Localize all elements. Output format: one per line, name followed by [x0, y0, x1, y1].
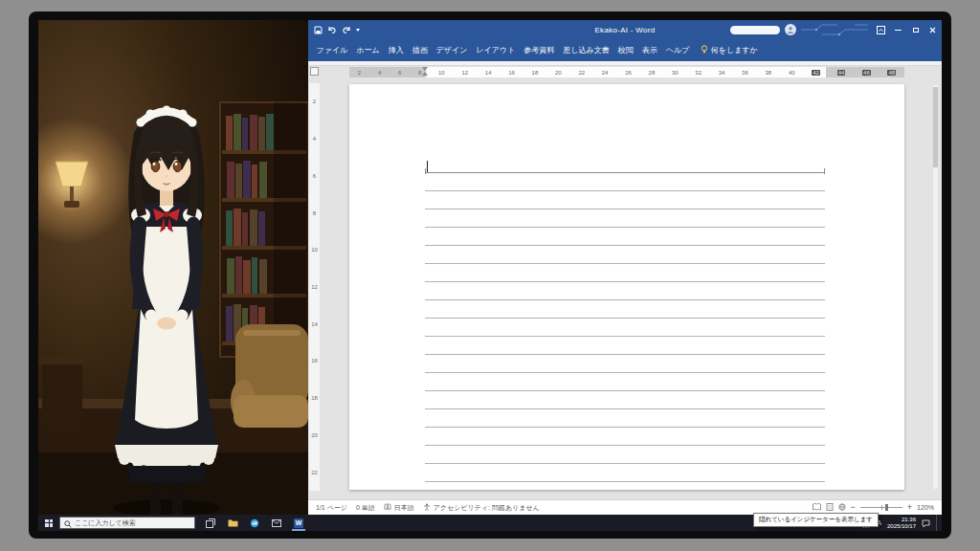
action-center-icon[interactable] — [922, 515, 930, 532]
ruler-number: 36 — [742, 70, 748, 76]
vertical-ruler: 246810121416182022 — [309, 83, 320, 491]
document-area: 246810121416182022 — [308, 78, 942, 499]
restore-icon[interactable] — [909, 20, 922, 39]
side-table — [38, 357, 86, 431]
room-scene-illustration — [38, 20, 308, 531]
taskbar-search[interactable] — [59, 517, 195, 529]
ruler-number: 4 — [313, 136, 316, 142]
zoom-slider-thumb[interactable] — [885, 504, 888, 511]
taskbar-app-icons: W — [204, 515, 305, 531]
zoom-out-icon[interactable]: − — [851, 504, 856, 511]
search-icon — [64, 515, 72, 532]
ruled-line — [425, 391, 825, 409]
show-desktop-button[interactable] — [936, 515, 939, 531]
ruler-number: 46 — [862, 70, 871, 76]
language-indicator[interactable]: 日本語 — [384, 503, 414, 513]
ruler-number: 32 — [695, 70, 702, 76]
ruler-number: 6 — [398, 70, 401, 76]
tray-tooltip: 隠れているインジケーターを表示します — [753, 513, 879, 527]
ruled-line — [425, 373, 825, 391]
ruler-number: 12 — [311, 284, 318, 290]
web-layout-icon[interactable] — [838, 503, 846, 512]
ruler-number: 14 — [311, 321, 318, 327]
ruler-number: 22 — [578, 70, 585, 76]
desktop-screenshot: Ekako-AI - Word ファイルホーム挿入描画デザインレイアウト参考資料… — [0, 0, 980, 551]
ribbon-tab-0[interactable]: ファイル — [312, 39, 352, 61]
tell-me-label: 何をしますか — [711, 45, 758, 55]
ruler-number: 14 — [485, 70, 492, 76]
ruler-number: 8 — [418, 70, 421, 76]
ruled-line — [425, 282, 825, 300]
user-account-pill[interactable] — [730, 26, 780, 34]
status-bar-right: − + 120% — [813, 503, 934, 512]
ruler-number: 20 — [311, 432, 318, 438]
proofing-icon — [384, 503, 391, 512]
ruled-line — [425, 428, 825, 446]
horizontal-ruler-numbers: 2468101214161820222426283032343638404244… — [349, 67, 904, 77]
ruler-number: 4 — [378, 70, 381, 76]
tab-selector-icon[interactable] — [310, 67, 319, 76]
taskbar-clock[interactable]: 21:36 2025/10/17 — [887, 517, 916, 530]
first-line-indent-marker[interactable] — [422, 67, 429, 77]
ruled-line — [425, 191, 825, 209]
user-avatar[interactable] — [785, 24, 796, 35]
ruled-lines — [425, 173, 825, 482]
text-cursor — [427, 161, 428, 172]
bookshelf — [220, 102, 308, 357]
zoom-level[interactable]: 120% — [917, 504, 934, 511]
ribbon-tab-1[interactable]: ホーム — [352, 39, 384, 61]
ribbon-tab-5[interactable]: レイアウト — [472, 39, 520, 61]
accessibility-icon — [423, 503, 431, 512]
close-icon[interactable] — [926, 20, 939, 39]
lightbulb-icon — [701, 45, 708, 55]
ribbon-tab-2[interactable]: 挿入 — [384, 39, 408, 61]
accessibility-status[interactable]: アクセシビリティ: 問題ありません — [423, 503, 540, 513]
ruled-line — [425, 300, 825, 319]
ribbon-tab-4[interactable]: デザイン — [432, 39, 472, 61]
clock-date: 2025/10/17 — [887, 523, 916, 530]
word-window: Ekako-AI - Word ファイルホーム挿入描画デザインレイアウト参考資料… — [308, 20, 942, 515]
ruler-number: 2 — [313, 99, 316, 104]
ruled-line — [425, 464, 825, 482]
ruler-row: 2468101214161820222426283032343638404244… — [308, 66, 942, 78]
ruler-number: 44 — [837, 70, 846, 76]
title-bar-right — [730, 20, 939, 39]
ruler-number: 8 — [313, 210, 316, 216]
ruled-line — [425, 409, 825, 428]
ruled-line — [425, 264, 825, 282]
task-view-icon[interactable] — [204, 515, 217, 531]
zoom-slider[interactable] — [860, 507, 902, 508]
word-count[interactable]: 0 単語 — [356, 503, 375, 513]
document-page[interactable] — [349, 84, 904, 490]
search-input[interactable] — [75, 519, 190, 526]
ruled-line — [425, 446, 825, 464]
edge-icon[interactable] — [248, 515, 261, 531]
ribbon-tab-10[interactable]: ヘルプ — [661, 39, 694, 61]
zoom-in-icon[interactable]: + — [907, 504, 912, 511]
ruled-line — [425, 173, 825, 191]
tell-me-box[interactable]: 何をしますか — [701, 45, 758, 55]
ruler-number: 22 — [311, 470, 318, 475]
start-button[interactable] — [38, 515, 59, 531]
file-explorer-icon[interactable] — [226, 515, 239, 531]
minimize-icon[interactable] — [892, 20, 904, 39]
ribbon-tab-7[interactable]: 差し込み文書 — [559, 39, 613, 61]
start-icon — [45, 519, 53, 527]
ribbon-tab-3[interactable]: 描画 — [408, 39, 432, 61]
ruler-number: 16 — [311, 358, 318, 364]
ruler-number: 10 — [311, 247, 318, 253]
ribbon-display-options-icon[interactable] — [875, 20, 887, 39]
ribbon-tab-bar: ファイルホーム挿入描画デザインレイアウト参考資料差し込み文書校閲表示ヘルプ 何を… — [308, 39, 942, 61]
ribbon-tab-8[interactable]: 校閲 — [613, 39, 637, 61]
page-indicator[interactable]: 1/1 ページ — [316, 503, 347, 513]
print-layout-icon[interactable] — [826, 503, 834, 512]
scrollbar-thumb[interactable] — [933, 87, 938, 167]
ribbon-tab-9[interactable]: 表示 — [637, 39, 661, 61]
vertical-scrollbar[interactable] — [932, 84, 939, 490]
ribbon-tab-6[interactable]: 参考資料 — [520, 39, 559, 61]
word-taskbar-icon[interactable]: W — [292, 515, 305, 531]
ruler-number: 38 — [766, 70, 772, 76]
read-mode-icon[interactable] — [813, 503, 821, 512]
mail-icon[interactable] — [270, 515, 283, 531]
ruler-number: 26 — [625, 70, 632, 76]
